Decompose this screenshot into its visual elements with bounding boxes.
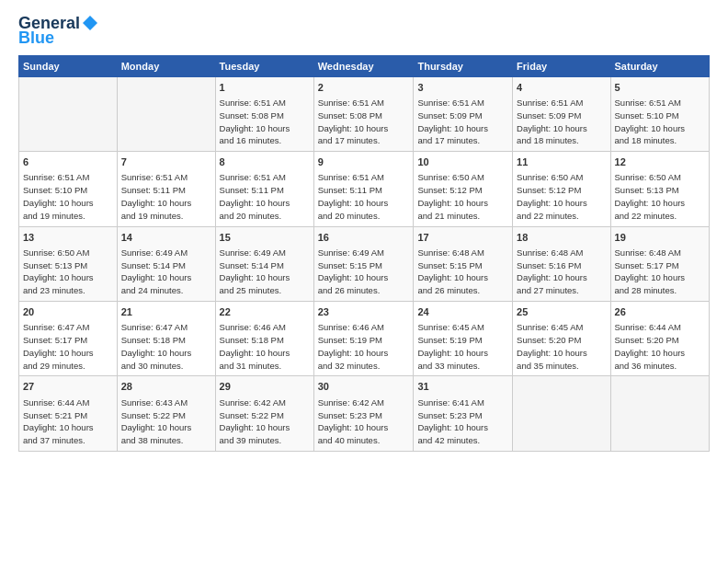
weekday-header-wednesday: Wednesday: [313, 55, 414, 76]
day-info: Sunrise: 6:41 AM Sunset: 5:23 PM Dayligh…: [417, 396, 508, 447]
calendar-cell: 25Sunrise: 6:45 AM Sunset: 5:20 PM Dayli…: [513, 301, 610, 375]
calendar-header: SundayMondayTuesdayWednesdayThursdayFrid…: [19, 55, 710, 76]
day-info: Sunrise: 6:51 AM Sunset: 5:09 PM Dayligh…: [517, 97, 606, 147]
day-number: 22: [220, 305, 310, 319]
day-info: Sunrise: 6:50 AM Sunset: 5:13 PM Dayligh…: [615, 171, 705, 222]
calendar-cell: 13Sunrise: 6:50 AM Sunset: 5:13 PM Dayli…: [19, 226, 118, 301]
calendar-cell: 31Sunrise: 6:41 AM Sunset: 5:23 PM Dayli…: [414, 376, 513, 451]
day-info: Sunrise: 6:45 AM Sunset: 5:19 PM Dayligh…: [417, 321, 508, 372]
day-number: 19: [615, 231, 705, 245]
calendar-cell: 18Sunrise: 6:48 AM Sunset: 5:16 PM Dayli…: [513, 226, 610, 301]
calendar-cell: 6Sunrise: 6:51 AM Sunset: 5:10 PM Daylig…: [19, 152, 118, 226]
day-number: 31: [417, 380, 508, 394]
day-number: 6: [23, 155, 113, 169]
day-info: Sunrise: 6:49 AM Sunset: 5:14 PM Dayligh…: [220, 247, 310, 297]
day-info: Sunrise: 6:51 AM Sunset: 5:08 PM Dayligh…: [318, 97, 410, 147]
calendar-cell: 17Sunrise: 6:48 AM Sunset: 5:15 PM Dayli…: [414, 226, 513, 301]
day-info: Sunrise: 6:51 AM Sunset: 5:11 PM Dayligh…: [318, 171, 410, 222]
calendar-cell: 24Sunrise: 6:45 AM Sunset: 5:19 PM Dayli…: [414, 301, 513, 375]
day-info: Sunrise: 6:48 AM Sunset: 5:15 PM Dayligh…: [417, 247, 508, 297]
week-row-5: 27Sunrise: 6:44 AM Sunset: 5:21 PM Dayli…: [19, 376, 710, 451]
calendar-cell: [19, 76, 118, 151]
calendar-cell: [117, 76, 215, 151]
day-info: Sunrise: 6:50 AM Sunset: 5:12 PM Dayligh…: [417, 171, 508, 222]
calendar-cell: 15Sunrise: 6:49 AM Sunset: 5:14 PM Dayli…: [215, 226, 313, 301]
header: General Blue: [18, 15, 710, 48]
day-number: 7: [121, 155, 211, 169]
calendar-cell: [610, 376, 709, 451]
day-info: Sunrise: 6:49 AM Sunset: 5:14 PM Dayligh…: [121, 247, 211, 297]
weekday-header-monday: Monday: [117, 55, 215, 76]
calendar-cell: 16Sunrise: 6:49 AM Sunset: 5:15 PM Dayli…: [313, 226, 414, 301]
logo-text-blue: Blue: [18, 29, 54, 48]
day-info: Sunrise: 6:43 AM Sunset: 5:22 PM Dayligh…: [121, 396, 211, 447]
day-info: Sunrise: 6:51 AM Sunset: 5:11 PM Dayligh…: [220, 171, 310, 222]
day-info: Sunrise: 6:51 AM Sunset: 5:10 PM Dayligh…: [23, 171, 113, 222]
weekday-header-tuesday: Tuesday: [215, 55, 313, 76]
day-info: Sunrise: 6:51 AM Sunset: 5:11 PM Dayligh…: [121, 171, 211, 222]
day-number: 3: [417, 81, 508, 95]
logo-icon: [82, 15, 98, 31]
day-number: 13: [23, 231, 113, 245]
day-number: 25: [517, 305, 606, 319]
day-number: 9: [318, 155, 410, 169]
calendar-cell: 4Sunrise: 6:51 AM Sunset: 5:09 PM Daylig…: [513, 76, 610, 151]
day-number: 27: [23, 380, 113, 394]
day-info: Sunrise: 6:50 AM Sunset: 5:13 PM Dayligh…: [23, 247, 113, 297]
weekday-header-friday: Friday: [513, 55, 610, 76]
day-number: 20: [23, 305, 113, 319]
calendar-cell: 8Sunrise: 6:51 AM Sunset: 5:11 PM Daylig…: [215, 152, 313, 226]
day-info: Sunrise: 6:48 AM Sunset: 5:17 PM Dayligh…: [615, 247, 705, 297]
calendar-cell: 30Sunrise: 6:42 AM Sunset: 5:23 PM Dayli…: [313, 376, 414, 451]
day-number: 14: [121, 231, 211, 245]
calendar-cell: [513, 376, 610, 451]
day-info: Sunrise: 6:47 AM Sunset: 5:18 PM Dayligh…: [121, 321, 211, 372]
day-number: 5: [615, 81, 705, 95]
week-row-4: 20Sunrise: 6:47 AM Sunset: 5:17 PM Dayli…: [19, 301, 710, 375]
day-info: Sunrise: 6:44 AM Sunset: 5:20 PM Dayligh…: [615, 321, 705, 372]
day-info: Sunrise: 6:48 AM Sunset: 5:16 PM Dayligh…: [517, 247, 606, 297]
day-number: 30: [318, 380, 410, 394]
day-info: Sunrise: 6:45 AM Sunset: 5:20 PM Dayligh…: [517, 321, 606, 372]
day-info: Sunrise: 6:51 AM Sunset: 5:08 PM Dayligh…: [220, 97, 310, 147]
day-info: Sunrise: 6:44 AM Sunset: 5:21 PM Dayligh…: [23, 396, 113, 447]
calendar-cell: 28Sunrise: 6:43 AM Sunset: 5:22 PM Dayli…: [117, 376, 215, 451]
day-info: Sunrise: 6:46 AM Sunset: 5:18 PM Dayligh…: [220, 321, 310, 372]
day-number: 18: [517, 231, 606, 245]
day-number: 28: [121, 380, 211, 394]
calendar-cell: 19Sunrise: 6:48 AM Sunset: 5:17 PM Dayli…: [610, 226, 709, 301]
day-info: Sunrise: 6:51 AM Sunset: 5:10 PM Dayligh…: [615, 97, 705, 147]
day-info: Sunrise: 6:47 AM Sunset: 5:17 PM Dayligh…: [23, 321, 113, 372]
calendar-cell: 9Sunrise: 6:51 AM Sunset: 5:11 PM Daylig…: [313, 152, 414, 226]
day-info: Sunrise: 6:50 AM Sunset: 5:12 PM Dayligh…: [517, 171, 606, 222]
day-number: 29: [220, 380, 310, 394]
day-number: 11: [517, 155, 606, 169]
day-info: Sunrise: 6:42 AM Sunset: 5:23 PM Dayligh…: [318, 396, 410, 447]
day-number: 23: [318, 305, 410, 319]
day-number: 8: [220, 155, 310, 169]
weekday-row: SundayMondayTuesdayWednesdayThursdayFrid…: [19, 55, 710, 76]
day-number: 10: [417, 155, 508, 169]
week-row-1: 1Sunrise: 6:51 AM Sunset: 5:08 PM Daylig…: [19, 76, 710, 151]
day-number: 4: [517, 81, 606, 95]
calendar-cell: 27Sunrise: 6:44 AM Sunset: 5:21 PM Dayli…: [19, 376, 118, 451]
calendar-body: 1Sunrise: 6:51 AM Sunset: 5:08 PM Daylig…: [19, 76, 710, 451]
day-number: 16: [318, 231, 410, 245]
page: General Blue SundayMondayTuesdayWednesda…: [0, 0, 728, 563]
day-number: 21: [121, 305, 211, 319]
calendar: SundayMondayTuesdayWednesdayThursdayFrid…: [18, 55, 710, 452]
svg-marker-0: [83, 16, 97, 30]
calendar-cell: 10Sunrise: 6:50 AM Sunset: 5:12 PM Dayli…: [414, 152, 513, 226]
calendar-cell: 14Sunrise: 6:49 AM Sunset: 5:14 PM Dayli…: [117, 226, 215, 301]
day-number: 24: [417, 305, 508, 319]
day-number: 15: [220, 231, 310, 245]
week-row-2: 6Sunrise: 6:51 AM Sunset: 5:10 PM Daylig…: [19, 152, 710, 226]
calendar-cell: 5Sunrise: 6:51 AM Sunset: 5:10 PM Daylig…: [610, 76, 709, 151]
day-number: 12: [615, 155, 705, 169]
calendar-cell: 20Sunrise: 6:47 AM Sunset: 5:17 PM Dayli…: [19, 301, 118, 375]
day-number: 26: [615, 305, 705, 319]
calendar-cell: 26Sunrise: 6:44 AM Sunset: 5:20 PM Dayli…: [610, 301, 709, 375]
calendar-cell: 29Sunrise: 6:42 AM Sunset: 5:22 PM Dayli…: [215, 376, 313, 451]
calendar-cell: 22Sunrise: 6:46 AM Sunset: 5:18 PM Dayli…: [215, 301, 313, 375]
weekday-header-sunday: Sunday: [19, 55, 118, 76]
